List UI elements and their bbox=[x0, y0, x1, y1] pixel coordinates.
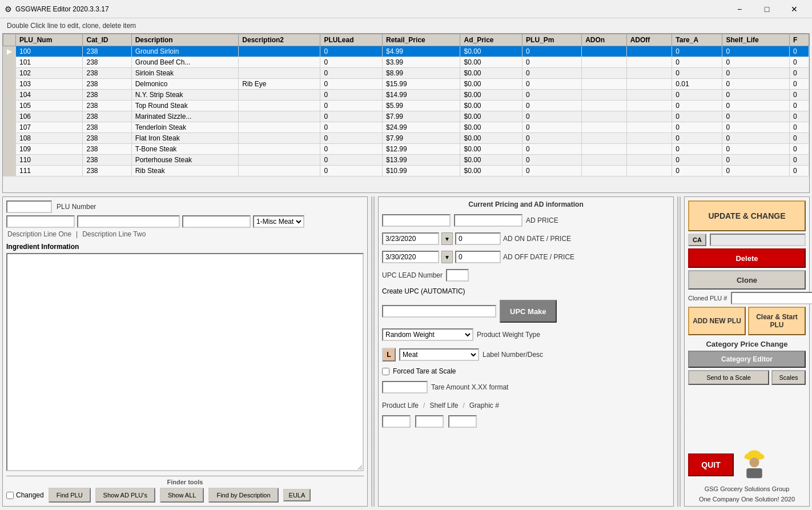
upc-lead-row: UPC LEAD Number bbox=[382, 269, 670, 282]
left-panel: PLU Number 1-Misc Meat 2-Produce 3-Deli … bbox=[2, 196, 368, 507]
product-life-label: Product Life bbox=[382, 401, 419, 409]
shelf-life-input[interactable] bbox=[415, 415, 444, 428]
app-title: GSGWARE Editor 2020.3.3.17 bbox=[15, 5, 109, 13]
ad-off-date-picker[interactable]: ▼ bbox=[441, 251, 453, 263]
weight-type-label: Product Weight Type bbox=[477, 331, 540, 339]
desc-line1-input[interactable] bbox=[6, 215, 75, 228]
label-l-button[interactable]: L bbox=[382, 348, 396, 362]
ad-price-input[interactable] bbox=[382, 214, 451, 227]
close-button[interactable]: ✕ bbox=[781, 0, 807, 18]
changed-checkbox-row: Changed bbox=[6, 491, 44, 499]
maximize-button[interactable]: □ bbox=[754, 0, 780, 18]
changed-label: Changed bbox=[16, 491, 44, 499]
ingredient-textarea[interactable] bbox=[6, 253, 364, 471]
col-adon: ADOn bbox=[582, 34, 626, 46]
cloned-plu-row: Cloned PLU # bbox=[688, 292, 806, 304]
desc-line3-input[interactable] bbox=[182, 215, 251, 228]
add-new-plu-button[interactable]: ADD NEW PLU bbox=[688, 307, 746, 335]
find-plu-button[interactable]: Find PLU bbox=[49, 488, 91, 503]
desc-line2-input[interactable] bbox=[77, 215, 180, 228]
col-shelf-life: Shelf_Life bbox=[722, 34, 789, 46]
gsg-line1: GSG Grocery Solutions Group bbox=[688, 485, 806, 492]
weight-type-row: Random Weight Fixed Weight Each Product … bbox=[382, 328, 670, 341]
quit-button[interactable]: QUIT bbox=[688, 453, 734, 476]
table-row[interactable]: 101238Ground Beef Ch...0$3.99$0.000000 bbox=[3, 57, 809, 68]
table-row[interactable]: 110238Porterhouse Steak0$13.99$0.000000 bbox=[3, 155, 809, 166]
eula-button[interactable]: EULA bbox=[283, 489, 311, 501]
ad-on-price-input[interactable] bbox=[455, 232, 501, 245]
svg-rect-4 bbox=[746, 468, 762, 478]
table-row[interactable]: ▶100238Ground Sirloin0$4.99$0.000000 bbox=[3, 46, 809, 57]
table-row[interactable]: 111238Rib Steak0$10.99$0.000000 bbox=[3, 166, 809, 176]
table-row[interactable]: 103238DelmonicoRib Eye0$15.99$0.0000.010… bbox=[3, 79, 809, 90]
desc-line1-label: Description Line One bbox=[7, 230, 71, 238]
cloned-plu-input[interactable] bbox=[731, 292, 813, 304]
tare-amount-input[interactable] bbox=[382, 381, 428, 393]
middle-panel: Current Pricing and AD information AD PR… bbox=[378, 196, 674, 507]
category-select[interactable]: 1-Misc Meat 2-Produce 3-Deli bbox=[253, 215, 304, 228]
show-ad-plus-button[interactable]: Show AD PLU's bbox=[95, 488, 155, 503]
table-row[interactable]: 105238Top Round Steak0$5.99$0.000000 bbox=[3, 101, 809, 111]
weight-type-select[interactable]: Random Weight Fixed Weight Each bbox=[382, 328, 473, 341]
title-bar: ⚙ GSGWARE Editor 2020.3.3.17 − □ ✕ bbox=[0, 0, 812, 18]
plu-number-input[interactable] bbox=[6, 200, 52, 213]
app-icon: ⚙ bbox=[5, 5, 12, 14]
forced-tare-checkbox[interactable] bbox=[382, 368, 389, 375]
forced-tare-label: Forced Tare at Scale bbox=[393, 367, 456, 375]
right-panel: UPDATE & CHANGE CA Delete Clone Cloned P… bbox=[684, 196, 810, 507]
table-scroll[interactable]: PLU_Num Cat_ID Description Description2 … bbox=[3, 34, 809, 192]
ca-row: CA bbox=[688, 234, 806, 246]
col-description2: Description2 bbox=[239, 34, 320, 46]
vertical-divider-2 bbox=[677, 196, 681, 507]
table-row[interactable]: 102238Sirloin Steak0$8.99$0.000000 bbox=[3, 68, 809, 79]
scales-button[interactable]: Scales bbox=[771, 370, 806, 385]
table-row[interactable]: 108238Flat Iron Steak0$7.99$0.000000 bbox=[3, 133, 809, 144]
hint-text: Double Click line to edit, clone, delete… bbox=[7, 22, 136, 30]
update-change-button[interactable]: UPDATE & CHANGE bbox=[688, 200, 806, 231]
forced-tare-row: Forced Tare at Scale bbox=[382, 367, 670, 375]
upc-create-input[interactable] bbox=[382, 305, 496, 318]
desc-line2-label: Description Line Two bbox=[82, 230, 146, 238]
table-row[interactable]: 106238Marinated Sizzle...0$7.99$0.000000 bbox=[3, 111, 809, 122]
upc-lead-input[interactable] bbox=[446, 269, 469, 282]
ad-off-price-input[interactable] bbox=[455, 251, 501, 263]
table-row[interactable]: 107238Tenderloin Steak0$24.99$0.000000 bbox=[3, 122, 809, 133]
changed-checkbox[interactable] bbox=[6, 492, 14, 499]
ca-button[interactable]: CA bbox=[688, 234, 706, 246]
hint-bar: Double Click line to edit, clone, delete… bbox=[0, 18, 812, 33]
upc-make-button[interactable]: UPC Make bbox=[500, 300, 557, 323]
ad-on-date-input[interactable] bbox=[382, 232, 439, 245]
upc-create-row: UPC Make bbox=[382, 300, 670, 323]
category-editor-button[interactable]: Category Editor bbox=[688, 351, 806, 368]
minimize-button[interactable]: − bbox=[726, 0, 753, 18]
life-row: Product Life / Shelf Life / Graphic # bbox=[382, 401, 670, 409]
desc-row: 1-Misc Meat 2-Produce 3-Deli bbox=[6, 215, 364, 228]
col-f: F bbox=[789, 34, 809, 46]
tare-amount-label: Tare Amount X.XX format bbox=[431, 383, 508, 391]
svg-point-3 bbox=[749, 457, 759, 467]
col-ad-price: Ad_Price bbox=[460, 34, 522, 46]
clone-button[interactable]: Clone bbox=[688, 270, 806, 290]
ad-off-date-input[interactable] bbox=[382, 251, 439, 263]
tare-amount-row: Tare Amount X.XX format bbox=[382, 381, 670, 393]
ad-off-label: AD OFF DATE / PRICE bbox=[503, 253, 574, 261]
delete-button[interactable]: Delete bbox=[688, 248, 806, 268]
col-indicator bbox=[3, 34, 16, 46]
product-life-input[interactable] bbox=[382, 415, 411, 428]
desc-labels: Description Line One | Description Line … bbox=[7, 230, 364, 238]
quit-row: QUIT bbox=[688, 448, 806, 482]
ca-input[interactable] bbox=[710, 234, 806, 246]
find-by-desc-button[interactable]: Find by Description bbox=[208, 488, 278, 503]
show-all-button[interactable]: Show ALL bbox=[160, 488, 204, 503]
cat-price-change-label: Category Price Change bbox=[688, 340, 806, 348]
cloned-plu-label: Cloned PLU # bbox=[688, 295, 727, 302]
graphic-num-label: Graphic # bbox=[469, 401, 499, 409]
ad-price-input2[interactable] bbox=[454, 214, 522, 227]
label-select[interactable]: Meat Produce Deli bbox=[399, 348, 479, 361]
table-row[interactable]: 104238N.Y. Strip Steak0$14.99$0.000000 bbox=[3, 90, 809, 101]
clear-start-plu-button[interactable]: Clear & Start PLU bbox=[748, 307, 806, 335]
graphic-num-input[interactable] bbox=[448, 415, 477, 428]
ad-on-date-picker[interactable]: ▼ bbox=[441, 232, 453, 245]
table-row[interactable]: 109238T-Bone Steak0$12.99$0.000000 bbox=[3, 144, 809, 155]
send-to-scale-button[interactable]: Send to a Scale bbox=[688, 370, 769, 385]
